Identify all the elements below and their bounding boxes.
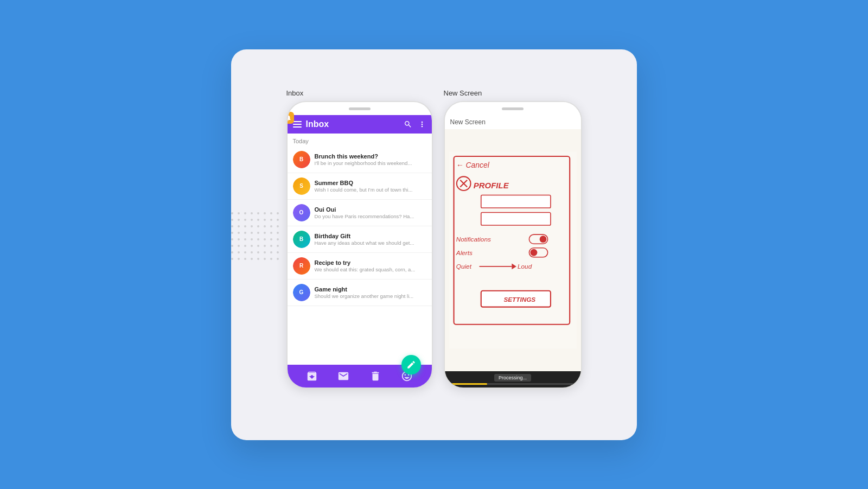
message-preview: Have any ideas about what we should get.…	[315, 240, 426, 246]
message-preview: I'll be in your neighborhood this weeken…	[315, 160, 426, 166]
message-title: Summer BBQ	[315, 180, 426, 186]
inbox-header-icons	[404, 120, 426, 129]
avatar: R	[293, 257, 310, 275]
dot-pattern-decoration: // Will generate dots inline below	[231, 212, 275, 277]
new-screen-title: New Screen	[450, 118, 486, 126]
processing-label: Processing...	[494, 374, 531, 382]
svg-text:SETTINGS: SETTINGS	[503, 296, 535, 303]
today-label: Today	[288, 134, 432, 147]
new-screen: New Screen ← Cancel PROFILE	[445, 102, 581, 388]
left-phone-wrapper: Inbox Inbox	[286, 101, 433, 389]
message-content: Game nightShould we organize another gam…	[315, 286, 426, 299]
processing-fill	[449, 383, 488, 385]
inbox-body: Today BBrunch this weekend?I'll be in yo…	[288, 134, 432, 365]
svg-rect-7	[481, 212, 550, 225]
main-card: // Will generate dots inline below Inbox	[231, 49, 637, 440]
inbox-screen: Inbox Today BBrunch this	[288, 102, 432, 388]
message-preview: Do you have Paris recommendations? Ha...	[315, 213, 426, 219]
compose-fab-button[interactable]	[401, 355, 421, 374]
right-phone: New Screen ← Cancel PROFILE	[444, 101, 582, 389]
svg-rect-6	[481, 195, 550, 207]
message-item[interactable]: RRecipe to tryWe should eat this: grated…	[288, 253, 432, 280]
message-item[interactable]: SSummer BBQWish I could come, but I'm ou…	[288, 173, 432, 200]
right-phone-wrapper: New Screen New Screen ← Cancel	[444, 101, 582, 389]
delete-icon[interactable]	[369, 370, 381, 382]
new-screen-header: New Screen	[445, 102, 581, 129]
menu-icon[interactable]	[293, 121, 302, 128]
more-icon[interactable]	[418, 120, 426, 129]
message-content: Birthday GiftHave any ideas about what w…	[315, 233, 426, 246]
inbox-title: Inbox	[306, 119, 329, 129]
message-content: Oui OuiDo you have Paris recommendations…	[315, 206, 426, 219]
message-content: Brunch this weekend?I'll be in your neig…	[315, 153, 426, 166]
svg-point-13	[530, 249, 537, 256]
compose-icon	[406, 360, 416, 370]
sketch-wireframe: ← Cancel PROFILE Notifications	[449, 134, 577, 367]
avatar: G	[293, 284, 310, 301]
avatar: O	[293, 204, 310, 221]
left-phone: Inbox Today BBrunch this	[286, 101, 433, 389]
inbox-header: Inbox	[288, 115, 432, 134]
message-item[interactable]: GGame nightShould we organize another ga…	[288, 280, 432, 306]
avatar: B	[293, 231, 310, 248]
svg-point-10	[539, 236, 546, 243]
message-list: BBrunch this weekend?I'll be in your nei…	[288, 147, 432, 306]
avatar: S	[293, 177, 310, 195]
message-content: Recipe to tryWe should eat this: grated …	[315, 259, 426, 272]
processing-bar-area: Processing...	[445, 371, 581, 388]
bell-icon	[286, 114, 292, 122]
right-phone-label: New Screen	[444, 89, 482, 97]
message-preview: Should we organize another game night li…	[315, 293, 426, 299]
svg-text:Alerts: Alerts	[455, 249, 472, 256]
processing-progress-bar	[449, 383, 577, 385]
message-item[interactable]: BBirthday GiftHave any ideas about what …	[288, 226, 432, 253]
message-title: Oui Oui	[315, 206, 426, 213]
archive-icon[interactable]	[306, 370, 318, 382]
svg-text:← Cancel: ← Cancel	[456, 161, 489, 169]
message-title: Brunch this weekend?	[315, 153, 426, 160]
svg-text:Quiet: Quiet	[456, 263, 471, 270]
message-title: Birthday Gift	[315, 233, 426, 239]
search-icon[interactable]	[404, 120, 412, 129]
left-phone-label: Inbox	[286, 89, 304, 97]
message-item[interactable]: BBrunch this weekend?I'll be in your nei…	[288, 147, 432, 173]
svg-text:Notifications: Notifications	[456, 235, 490, 242]
svg-text:PROFILE: PROFILE	[473, 180, 509, 189]
message-preview: We should eat this: grated squash, corn,…	[315, 266, 426, 272]
sketch-area: ← Cancel PROFILE Notifications	[445, 129, 581, 371]
avatar: B	[293, 151, 310, 168]
svg-text:Loud: Loud	[518, 263, 532, 270]
message-title: Game night	[315, 286, 426, 293]
inbox-header-left: Inbox	[293, 119, 329, 129]
message-preview: Wish I could come, but I'm out of town t…	[315, 187, 426, 193]
message-content: Summer BBQWish I could come, but I'm out…	[315, 180, 426, 193]
notification-badge[interactable]	[286, 112, 294, 124]
message-item[interactable]: OOui OuiDo you have Paris recommendation…	[288, 200, 432, 226]
message-title: Recipe to try	[315, 259, 426, 266]
mail-icon[interactable]	[337, 370, 349, 382]
inbox-toolbar	[288, 365, 432, 388]
